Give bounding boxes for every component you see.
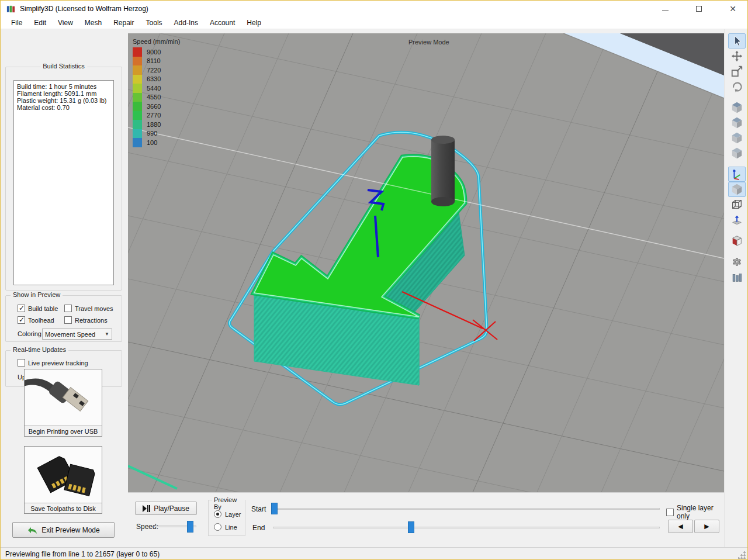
next-layer-button[interactable]: ▶ bbox=[694, 520, 719, 533]
checkbox-label: Toolhead bbox=[28, 317, 54, 324]
cross-section-tool-icon[interactable] bbox=[728, 233, 746, 248]
legend-swatch bbox=[133, 102, 142, 111]
toolhead-cylinder bbox=[431, 136, 455, 206]
coloring-dropdown[interactable]: Movement Speed ▼ bbox=[42, 329, 112, 340]
legend-swatch bbox=[133, 75, 142, 84]
legend-swatch bbox=[133, 65, 142, 75]
menu-account[interactable]: Account bbox=[204, 18, 241, 29]
checkbox-single-layer-only[interactable]: Single layer only bbox=[666, 504, 724, 520]
show-in-preview-title: Show in Preview bbox=[11, 291, 63, 298]
speed-slider-thumb[interactable] bbox=[187, 521, 193, 533]
legend-entry: 9000 bbox=[133, 47, 180, 57]
legend-entry: 2770 bbox=[133, 111, 180, 120]
checkbox-retractions[interactable]: Retractions bbox=[64, 316, 108, 324]
begin-printing-usb-label: Begin Printing over USB bbox=[25, 426, 102, 436]
checkbox-live-preview-tracking[interactable]: Live preview tracking bbox=[18, 359, 88, 367]
menu-bar: File Edit View Mesh Repair Tools Add-Ins… bbox=[1, 17, 747, 29]
view-cube-4-icon[interactable] bbox=[728, 146, 746, 161]
menu-file[interactable]: File bbox=[5, 18, 28, 29]
view-cube-2-icon[interactable] bbox=[728, 115, 746, 130]
coloring-value: Movement Speed bbox=[45, 331, 95, 338]
build-statistics-group: Build Statistics Build time: 1 hour 5 mi… bbox=[5, 67, 122, 291]
preview-control-bar: Play/Pause Speed: Preview By Layer Line … bbox=[128, 492, 724, 547]
legend-entry: 990 bbox=[133, 129, 180, 139]
wireframe-view-icon[interactable] bbox=[728, 197, 746, 212]
legend-swatch bbox=[133, 120, 142, 129]
speed-legend-title: Speed (mm/min) bbox=[133, 38, 180, 45]
title-bar: Simplify3D (Licensed to Wolfram Herzog) … bbox=[1, 1, 747, 17]
stat-material-cost: Material cost: 0.70 bbox=[17, 104, 110, 111]
play-pause-button[interactable]: Play/Pause bbox=[135, 502, 197, 515]
usb-cable-image bbox=[25, 369, 102, 426]
previous-layer-button[interactable]: ◀ bbox=[668, 520, 693, 533]
checkbox-label: Single layer only bbox=[677, 504, 724, 520]
solid-model-view-icon[interactable] bbox=[728, 182, 746, 197]
exit-preview-mode-button[interactable]: Exit Preview Mode bbox=[12, 522, 115, 538]
view-cube-default-icon[interactable] bbox=[728, 100, 746, 115]
build-plate-scene bbox=[128, 33, 724, 492]
menu-repair[interactable]: Repair bbox=[108, 18, 140, 29]
app-logo-icon bbox=[6, 4, 16, 14]
view-cube-3-icon[interactable] bbox=[728, 130, 746, 146]
menu-tools[interactable]: Tools bbox=[140, 18, 168, 29]
radio-dot bbox=[214, 523, 221, 531]
checkbox-label: Live preview tracking bbox=[28, 359, 88, 367]
checkbox-build-table[interactable]: Build table bbox=[18, 305, 58, 312]
menu-view[interactable]: View bbox=[52, 18, 79, 29]
surface-normals-view-icon[interactable] bbox=[728, 212, 746, 227]
start-slider-label: Start bbox=[251, 505, 266, 513]
legend-entry: 1880 bbox=[133, 120, 180, 129]
show-in-preview-group: Show in Preview Build table Travel moves… bbox=[5, 295, 122, 342]
maximize-button[interactable] bbox=[690, 2, 708, 16]
resize-grip[interactable] bbox=[738, 551, 746, 559]
close-button[interactable]: ✕ bbox=[724, 2, 742, 16]
realtime-updates-title: Real-time Updates bbox=[11, 346, 68, 353]
checkbox-box bbox=[64, 316, 72, 324]
start-slider-track[interactable] bbox=[273, 508, 660, 510]
simplify3d-window: { "window": { "title": "Simplify3D (Lice… bbox=[0, 0, 748, 560]
legend-swatch bbox=[133, 93, 142, 102]
preview-3d-viewport[interactable]: Speed (mm/min) 9000 8110 7220 6330 5440 … bbox=[128, 33, 724, 492]
view-toolbar bbox=[724, 29, 748, 547]
exit-preview-mode-label: Exit Preview Mode bbox=[41, 526, 99, 534]
rotate-tool-icon[interactable] bbox=[728, 79, 746, 94]
checkbox-box bbox=[666, 509, 674, 516]
checkbox-toolhead[interactable]: Toolhead bbox=[18, 316, 54, 324]
begin-printing-usb-button[interactable]: Begin Printing over USB bbox=[24, 369, 102, 437]
menu-addins[interactable]: Add-Ins bbox=[168, 18, 204, 29]
end-slider-track[interactable] bbox=[273, 527, 660, 528]
chevron-down-icon: ▼ bbox=[105, 331, 109, 337]
checkbox-travel-moves[interactable]: Travel moves bbox=[64, 305, 113, 312]
end-slider-thumb[interactable] bbox=[408, 521, 414, 533]
radio-label: Line bbox=[225, 524, 237, 531]
checkbox-box bbox=[18, 305, 25, 312]
support-structures-icon[interactable] bbox=[728, 269, 746, 285]
legend-entry: 7220 bbox=[133, 65, 180, 75]
stat-plastic-weight: Plastic weight: 15.31 g (0.03 lb) bbox=[17, 97, 110, 104]
move-tool-icon[interactable] bbox=[728, 49, 746, 64]
radio-layer[interactable]: Layer bbox=[214, 510, 241, 518]
legend-entry: 3660 bbox=[133, 102, 180, 111]
select-cursor-icon[interactable] bbox=[728, 33, 746, 49]
start-slider-thumb[interactable] bbox=[271, 503, 278, 514]
scale-tool-icon[interactable] bbox=[728, 64, 746, 79]
checkbox-box bbox=[18, 316, 25, 324]
save-toolpaths-disk-button[interactable]: Save Toolpaths to Disk bbox=[24, 446, 102, 514]
radio-line[interactable]: Line bbox=[214, 523, 237, 531]
legend-swatch bbox=[133, 111, 142, 120]
legend-entry: 100 bbox=[133, 138, 180, 147]
coordinate-axes-icon[interactable] bbox=[728, 167, 746, 182]
menu-edit[interactable]: Edit bbox=[28, 18, 52, 29]
menu-help[interactable]: Help bbox=[241, 18, 267, 29]
radio-dot bbox=[214, 510, 221, 518]
legend-entry: 4550 bbox=[133, 93, 180, 102]
menu-mesh[interactable]: Mesh bbox=[79, 18, 108, 29]
stat-build-time: Build time: 1 hour 5 minutes bbox=[17, 83, 110, 90]
legend-swatch bbox=[133, 138, 142, 147]
legend-swatch bbox=[133, 47, 142, 57]
status-bar: Previewing file from line 1 to 21657 (la… bbox=[1, 547, 747, 560]
settings-gear-icon[interactable] bbox=[728, 254, 746, 269]
minimize-button[interactable] bbox=[656, 2, 674, 16]
legend-entry: 8110 bbox=[133, 57, 180, 66]
left-arrow-icon: ◀ bbox=[678, 523, 683, 530]
